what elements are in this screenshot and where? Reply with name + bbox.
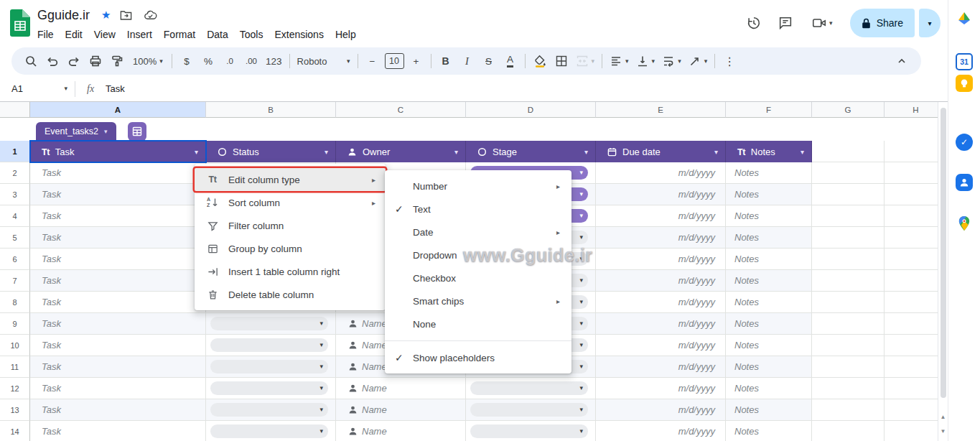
submenu-item-date[interactable]: Date▸ bbox=[385, 220, 571, 243]
italic-button[interactable]: I bbox=[457, 51, 478, 71]
cell-due-date[interactable]: m/d/yyyy bbox=[596, 205, 726, 227]
cell-due-date[interactable]: m/d/yyyy bbox=[596, 270, 726, 292]
horizontal-align-icon[interactable]: ▾ bbox=[606, 51, 633, 71]
submenu-item-dropdown[interactable]: Dropdown bbox=[385, 243, 571, 266]
empty-cell[interactable] bbox=[812, 227, 885, 249]
cell-notes[interactable]: Notes bbox=[726, 184, 812, 205]
cell-notes[interactable]: Notes bbox=[726, 227, 812, 249]
empty-cell[interactable] bbox=[812, 162, 885, 184]
column-header-C[interactable]: C bbox=[336, 102, 466, 118]
vertical-align-icon[interactable]: ▾ bbox=[633, 51, 659, 71]
undo-icon[interactable] bbox=[42, 51, 63, 71]
print-icon[interactable] bbox=[85, 51, 106, 71]
row-header-5[interactable]: 5 bbox=[0, 227, 30, 249]
stage-dropdown[interactable]: ▾ bbox=[470, 403, 588, 417]
format-currency-button[interactable]: $ bbox=[176, 51, 197, 71]
cell-notes[interactable]: Notes bbox=[726, 399, 812, 421]
name-box[interactable]: A1 ▾ bbox=[0, 76, 75, 101]
row-header-12[interactable]: 12 bbox=[0, 378, 30, 399]
cell-task[interactable]: Task bbox=[30, 313, 206, 335]
merge-cells-icon[interactable]: ▾ bbox=[572, 51, 599, 71]
cell-notes[interactable]: Notes bbox=[726, 421, 812, 441]
menu-help[interactable]: Help bbox=[330, 27, 362, 42]
cell-due-date[interactable]: m/d/yyyy bbox=[596, 356, 726, 378]
formula-input[interactable]: Task bbox=[106, 83, 125, 94]
chevron-down-icon[interactable]: ▾ bbox=[714, 148, 718, 156]
context-menu-item-sort-column[interactable]: AZSort column▸ bbox=[195, 191, 386, 214]
sheets-logo-icon[interactable] bbox=[10, 9, 30, 37]
keep-icon[interactable] bbox=[956, 75, 973, 92]
contacts-icon[interactable] bbox=[956, 174, 973, 191]
tasks-icon[interactable]: ✓ bbox=[956, 134, 973, 151]
cell-task[interactable]: Task bbox=[30, 227, 206, 249]
cell-notes[interactable]: Notes bbox=[726, 378, 812, 399]
font-family-select[interactable]: Roboto▾ bbox=[294, 51, 354, 71]
cell-stage[interactable]: ▾ bbox=[466, 399, 596, 421]
increase-font-size-button[interactable]: + bbox=[406, 51, 427, 71]
row-header-13[interactable]: 13 bbox=[0, 399, 30, 421]
cell-due-date[interactable]: m/d/yyyy bbox=[596, 184, 726, 205]
cell-notes[interactable]: Notes bbox=[726, 356, 812, 378]
cell-due-date[interactable]: m/d/yyyy bbox=[596, 335, 726, 356]
context-menu-item-filter-column[interactable]: Filter column bbox=[195, 214, 386, 237]
more-number-formats-button[interactable]: 123 bbox=[262, 51, 286, 71]
cell-task[interactable]: Task bbox=[30, 356, 206, 378]
status-dropdown[interactable]: ▾ bbox=[210, 381, 328, 395]
text-wrap-icon[interactable]: ▾ bbox=[658, 51, 685, 71]
table-header-status[interactable]: Status▾ bbox=[206, 141, 336, 162]
cell-notes[interactable]: Notes bbox=[726, 249, 812, 270]
column-header-D[interactable]: D bbox=[466, 102, 596, 118]
cell-stage[interactable]: ▾ bbox=[466, 421, 596, 441]
select-all-corner[interactable] bbox=[0, 102, 30, 118]
column-header-E[interactable]: E bbox=[596, 102, 726, 118]
empty-cell[interactable] bbox=[812, 421, 885, 441]
share-button[interactable]: Share bbox=[850, 9, 915, 37]
text-color-button[interactable]: A bbox=[500, 51, 521, 71]
context-menu-item-group-by-column[interactable]: Group by column bbox=[195, 237, 386, 260]
cell-owner[interactable]: Name bbox=[336, 378, 466, 399]
table-menu-button[interactable] bbox=[128, 122, 146, 141]
star-icon[interactable]: ★ bbox=[101, 9, 111, 22]
menu-view[interactable]: View bbox=[88, 27, 121, 42]
menu-file[interactable]: File bbox=[32, 27, 60, 42]
cell-stage[interactable]: ▾ bbox=[466, 378, 596, 399]
menu-insert[interactable]: Insert bbox=[121, 27, 158, 42]
cell-task[interactable]: Task bbox=[30, 421, 206, 441]
hide-menus-icon[interactable] bbox=[891, 51, 913, 71]
cell-task[interactable]: Task bbox=[30, 162, 206, 184]
submenu-item-number[interactable]: Number▸ bbox=[385, 175, 571, 198]
side-panel-logo-icon[interactable] bbox=[955, 9, 974, 27]
row-header-10[interactable]: 10 bbox=[0, 335, 30, 356]
stage-dropdown[interactable]: ▾ bbox=[470, 424, 588, 438]
redo-icon[interactable] bbox=[63, 51, 85, 71]
move-folder-icon[interactable] bbox=[119, 9, 133, 22]
row-header-9[interactable]: 9 bbox=[0, 313, 30, 335]
context-menu-item-delete-table-column[interactable]: Delete table column bbox=[195, 283, 386, 306]
empty-cell[interactable] bbox=[812, 313, 885, 335]
borders-icon[interactable] bbox=[551, 51, 572, 71]
empty-cell[interactable] bbox=[812, 292, 885, 313]
status-dropdown[interactable]: ▾ bbox=[210, 360, 328, 373]
column-header-B[interactable]: B bbox=[206, 102, 336, 118]
cell-status[interactable]: ▾ bbox=[206, 313, 336, 335]
cell-task[interactable]: Task bbox=[30, 335, 206, 356]
decrease-decimal-button[interactable]: .0 bbox=[219, 51, 241, 71]
share-dropdown-button[interactable]: ▾ bbox=[919, 9, 941, 37]
row-header-11[interactable]: 11 bbox=[0, 356, 30, 378]
table-header-notes[interactable]: TtNotes▾ bbox=[726, 141, 812, 162]
strikethrough-button[interactable]: S bbox=[478, 51, 500, 71]
scroll-down-icon[interactable]: ▼ bbox=[938, 425, 948, 437]
row-header-8[interactable]: 8 bbox=[0, 292, 30, 313]
cell-notes[interactable]: Notes bbox=[726, 292, 812, 313]
menu-extensions[interactable]: Extensions bbox=[269, 27, 329, 42]
meet-icon[interactable]: ▾ bbox=[803, 9, 841, 37]
table-header-owner[interactable]: Owner▾ bbox=[336, 141, 466, 162]
decrease-font-size-button[interactable]: − bbox=[362, 51, 383, 71]
submenu-item-text[interactable]: ✓Text bbox=[385, 198, 571, 220]
document-title[interactable]: Gguide.ir bbox=[37, 8, 90, 23]
more-toolbar-options-icon[interactable]: ⋮ bbox=[719, 51, 740, 71]
scrollbar-thumb[interactable] bbox=[941, 108, 946, 398]
cell-task[interactable]: Task bbox=[30, 205, 206, 227]
fill-color-icon[interactable] bbox=[529, 51, 551, 71]
cell-due-date[interactable]: m/d/yyyy bbox=[596, 292, 726, 313]
